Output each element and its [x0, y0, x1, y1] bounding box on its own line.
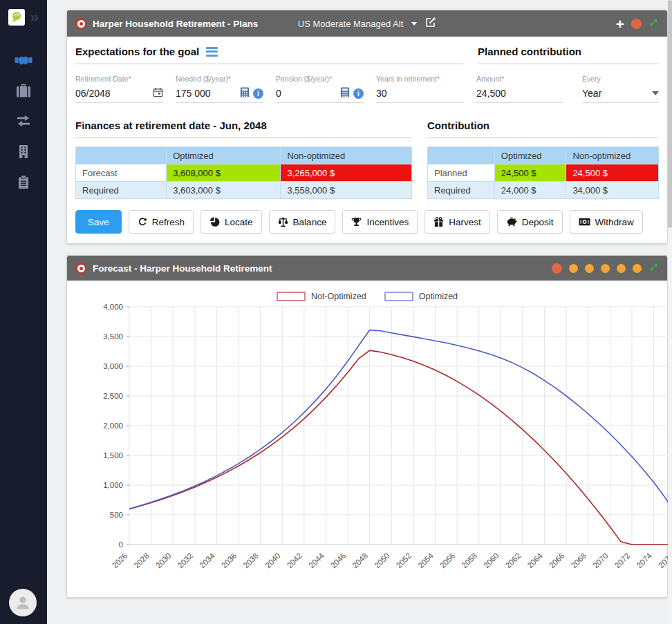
retirement-date-field: Retirement Date* 06/2048	[75, 75, 163, 103]
svg-text:2,500: 2,500	[103, 392, 123, 400]
balance-button[interactable]: Balance	[269, 210, 336, 234]
svg-text:2036: 2036	[220, 551, 239, 570]
contribution-col-non-optimized: Non-optimized	[566, 147, 659, 164]
calculator-icon[interactable]	[240, 87, 250, 100]
retirement-date-input[interactable]: 06/2048	[75, 88, 149, 99]
app-logo-marker-icon	[10, 10, 24, 24]
window-dot-icon[interactable]	[601, 264, 610, 273]
person-icon	[14, 594, 32, 612]
svg-text:2046: 2046	[329, 551, 348, 570]
page-scrollbar[interactable]	[668, 0, 672, 624]
sidebar-item-portfolio[interactable]	[0, 77, 47, 107]
forecast-panel-header: Forecast - Harper Household Retirement	[67, 256, 667, 281]
sidebar-item-transactions[interactable]	[0, 107, 47, 138]
every-select[interactable]: Year	[582, 88, 648, 99]
svg-text:2038: 2038	[241, 551, 260, 570]
contribution-planned-non-optimized: 24,500 $	[566, 164, 659, 182]
sidebar-expand-chevrons-icon[interactable]: »	[28, 9, 36, 26]
needed-label: Needed ($/year)*	[176, 75, 263, 83]
contribution-col-blank	[428, 147, 495, 164]
svg-text:2034: 2034	[198, 551, 216, 570]
finances-required-label: Required	[76, 182, 167, 199]
info-icon[interactable]: i	[353, 88, 364, 99]
edit-icon[interactable]	[425, 17, 436, 30]
svg-text:1,500: 1,500	[103, 451, 123, 460]
user-avatar[interactable]	[9, 589, 37, 616]
finances-forecast-label: Forecast	[76, 164, 167, 182]
finances-required-optimized: 3,603,000 $	[167, 182, 281, 199]
expand-icon[interactable]	[648, 17, 659, 30]
save-button[interactable]: Save	[75, 210, 122, 234]
years-label: Years in retirement*	[376, 75, 464, 83]
portfolio-selector[interactable]: US Moderate Managed Alt	[298, 19, 403, 29]
window-dot-icon[interactable]	[569, 264, 578, 273]
scrollbar-thumb[interactable]	[668, 0, 672, 228]
svg-text:1,000: 1,000	[103, 481, 123, 489]
banknote-icon	[579, 218, 590, 226]
legend-item-optimized[interactable]: Optimized	[384, 292, 458, 301]
plans-panel-header: Harper Household Retirement - Plans US M…	[67, 10, 667, 37]
target-icon	[75, 263, 86, 274]
refresh-button[interactable]: Refresh	[129, 210, 194, 234]
calendar-icon[interactable]	[153, 87, 163, 100]
svg-text:2028: 2028	[132, 551, 151, 570]
window-dot-icon[interactable]	[633, 264, 642, 273]
trophy-icon	[351, 217, 362, 227]
svg-text:2066: 2066	[548, 551, 566, 570]
finances-col-optimized: Optimized	[167, 147, 281, 164]
svg-text:2026: 2026	[111, 551, 129, 570]
svg-text:2030: 2030	[154, 551, 173, 570]
every-label: Every	[582, 75, 659, 83]
years-input[interactable]: 30	[376, 88, 464, 99]
target-icon	[75, 18, 86, 29]
locate-button[interactable]: Locate	[200, 210, 262, 234]
expand-icon[interactable]	[648, 262, 659, 275]
svg-text:2040: 2040	[263, 551, 282, 570]
window-dot-icon[interactable]	[552, 263, 562, 274]
calculator-icon[interactable]	[340, 87, 350, 100]
svg-text:2,000: 2,000	[103, 422, 123, 430]
withdraw-button[interactable]: Withdraw	[570, 210, 643, 234]
contribution-planned-optimized: 24,500 $	[494, 164, 566, 182]
plans-panel-title: Harper Household Retirement - Plans	[93, 19, 258, 29]
pension-input[interactable]: 0	[276, 88, 337, 99]
table-row: Required 24,000 $ 34,000 $	[428, 182, 659, 199]
years-in-retirement-field: Years in retirement* 30	[376, 75, 464, 103]
sidebar-item-goals[interactable]	[0, 46, 47, 77]
window-dot-icon[interactable]	[585, 264, 594, 273]
incentives-button[interactable]: Incentives	[342, 210, 418, 234]
contribution-planned-label: Planned	[428, 164, 495, 182]
svg-text:2042: 2042	[286, 551, 304, 570]
legend-swatch-not-optimized	[277, 292, 306, 301]
forecast-panel-title: Forecast - Harper Household Retirement	[93, 263, 272, 274]
deposit-button[interactable]: Deposit	[497, 210, 563, 234]
add-icon[interactable]: +	[616, 17, 624, 31]
svg-text:2074: 2074	[635, 551, 653, 570]
chevron-down-icon[interactable]	[652, 91, 659, 95]
window-dot-icon[interactable]	[617, 264, 626, 273]
finances-col-blank	[76, 147, 167, 164]
needed-input[interactable]: 175 000	[176, 88, 236, 99]
briefcase-icon	[16, 84, 31, 100]
contribution-required-label: Required	[428, 182, 495, 199]
sidebar-item-institutions[interactable]	[0, 138, 47, 168]
svg-text:500: 500	[110, 511, 123, 519]
contribution-heading: Contribution	[427, 120, 489, 131]
forecast-panel: Forecast - Harper Household Retirement	[66, 255, 668, 598]
sidebar-item-reports[interactable]	[0, 168, 47, 198]
svg-text:2052: 2052	[395, 551, 413, 570]
record-dot-icon[interactable]	[631, 19, 642, 29]
svg-text:0: 0	[119, 540, 123, 549]
menu-icon[interactable]	[206, 47, 218, 57]
chevron-down-icon[interactable]	[411, 22, 417, 26]
legend-item-not-optimized[interactable]: Not-Optimized	[277, 292, 366, 301]
scales-icon	[278, 217, 288, 227]
svg-text:2070: 2070	[591, 551, 610, 570]
info-icon[interactable]: i	[253, 88, 263, 99]
svg-text:4,000: 4,000	[103, 303, 123, 311]
legend-swatch-optimized	[384, 292, 413, 301]
svg-text:2056: 2056	[438, 551, 457, 570]
svg-text:2044: 2044	[307, 551, 326, 570]
harvest-button[interactable]: Harvest	[424, 210, 490, 234]
amount-input[interactable]: 24,500	[476, 88, 563, 99]
